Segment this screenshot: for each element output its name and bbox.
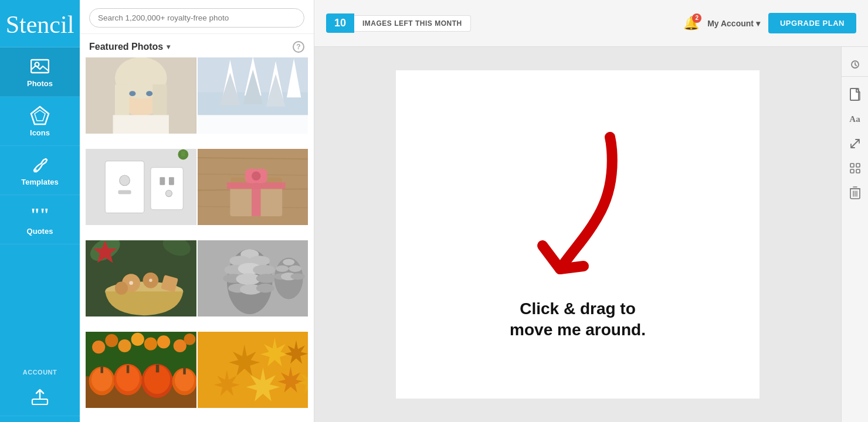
instruction-text: Click & drag to move me around.: [510, 298, 646, 341]
my-account-button[interactable]: My Account ▾: [707, 19, 760, 28]
svg-point-58: [149, 279, 152, 283]
top-bar: 10 IMAGES LEFT THIS MONTH 🔔 2 My Account…: [314, 0, 868, 47]
svg-point-69: [256, 274, 276, 283]
svg-rect-30: [151, 168, 183, 210]
svg-point-83: [118, 339, 131, 352]
sidebar-bottom: ACCOUNT: [0, 364, 80, 422]
grid-button[interactable]: [845, 158, 866, 179]
svg-rect-101: [183, 368, 185, 375]
search-area: [80, 0, 314, 34]
svg-point-33: [165, 190, 172, 197]
canvas-instruction[interactable]: Click & drag to move me around.: [510, 128, 646, 341]
sidebar-item-icons[interactable]: Icons: [0, 97, 80, 146]
svg-point-82: [105, 334, 118, 347]
featured-photos-dropdown[interactable]: Featured Photos ▾: [89, 42, 170, 52]
text-button[interactable]: Aa: [845, 108, 866, 130]
svg-rect-92: [101, 366, 103, 373]
photo-cell-6[interactable]: [198, 240, 308, 316]
svg-point-88: [184, 333, 195, 345]
upload-icon: [29, 386, 50, 407]
svg-point-74: [283, 259, 294, 266]
sidebar-quotes-label: Quotes: [27, 227, 53, 236]
app-name: Stencil: [6, 11, 74, 39]
photo-cell-2[interactable]: [198, 57, 308, 134]
sidebar-photos-label: Photos: [27, 79, 53, 88]
svg-rect-102: [198, 332, 308, 408]
photo-icon: [29, 56, 50, 77]
notification-count: 2: [692, 13, 701, 23]
sidebar-item-account-upload[interactable]: [0, 378, 80, 416]
left-panel: Featured Photos ▾ ?: [80, 0, 314, 422]
svg-point-57: [129, 281, 133, 285]
sidebar-templates-label: Templates: [21, 178, 58, 186]
search-input[interactable]: [89, 8, 304, 28]
svg-rect-108: [856, 169, 860, 173]
svg-rect-95: [127, 365, 129, 373]
photo-cell-5[interactable]: [86, 240, 196, 316]
svg-rect-25: [198, 115, 308, 134]
canvas-content[interactable]: Click & drag to move me around.: [314, 47, 841, 422]
app-logo: Stencil: [0, 0, 80, 47]
photo-cell-3[interactable]: [86, 149, 196, 225]
diamond-icon: [29, 105, 50, 126]
chevron-down-icon: ▾: [167, 43, 170, 51]
svg-point-47: [252, 171, 261, 181]
brush-icon: [29, 154, 50, 175]
svg-point-66: [253, 265, 275, 275]
svg-rect-106: [856, 164, 860, 167]
svg-marker-3: [35, 110, 45, 121]
photo-cell-8[interactable]: [198, 332, 308, 408]
svg-rect-32: [169, 177, 174, 185]
photo-cell-4[interactable]: [198, 149, 308, 225]
account-section-label: ACCOUNT: [0, 364, 80, 378]
my-account-label: My Account: [707, 19, 754, 28]
svg-point-72: [256, 284, 274, 293]
featured-title-text: Featured Photos: [89, 42, 163, 52]
canvas-background: Click & drag to move me around.: [396, 70, 760, 399]
help-icon[interactable]: ?: [293, 41, 304, 53]
sidebar: Stencil Photos Icons Te: [0, 0, 80, 422]
svg-point-85: [144, 338, 157, 350]
svg-point-14: [129, 91, 135, 96]
svg-rect-0: [31, 60, 49, 73]
photo-grid: [80, 57, 314, 422]
svg-rect-27: [105, 161, 144, 213]
svg-rect-7: [32, 399, 48, 404]
svg-rect-29: [118, 190, 131, 195]
sidebar-item-photos[interactable]: Photos: [0, 47, 80, 97]
svg-text:": ": [39, 206, 50, 222]
sidebar-item-templates[interactable]: Templates: [0, 146, 80, 195]
notification-area[interactable]: 🔔 2: [683, 16, 699, 31]
svg-point-76: [289, 266, 301, 272]
upgrade-plan-button[interactable]: UPGRADE PLAN: [768, 13, 856, 33]
svg-point-75: [276, 266, 289, 272]
page-button[interactable]: [845, 84, 866, 105]
svg-point-79: [290, 273, 304, 280]
images-left-label: IMAGES LEFT THIS MONTH: [354, 15, 471, 32]
svg-point-15: [146, 91, 152, 96]
right-panel: 10 IMAGES LEFT THIS MONTH 🔔 2 My Account…: [314, 0, 868, 422]
resize-button[interactable]: [845, 133, 866, 154]
svg-point-4: [33, 169, 37, 173]
photo-cell-7[interactable]: [86, 332, 196, 408]
svg-rect-13: [113, 115, 169, 134]
sidebar-item-quotes[interactable]: " " Quotes: [0, 195, 80, 244]
svg-rect-35: [181, 151, 185, 156]
quotes-icon: " ": [29, 203, 50, 224]
svg-point-86: [157, 335, 170, 348]
svg-rect-105: [850, 164, 854, 167]
sidebar-icons-label: Icons: [30, 128, 50, 137]
history-controls: [842, 53, 868, 77]
svg-point-81: [92, 341, 105, 353]
account-chevron-icon: ▾: [756, 19, 760, 28]
svg-point-84: [131, 333, 144, 346]
svg-rect-104: [850, 89, 859, 100]
images-left-badge: 10 IMAGES LEFT THIS MONTH: [326, 13, 471, 33]
right-toolbar: Aa: [841, 47, 868, 422]
svg-point-28: [120, 175, 130, 186]
delete-button[interactable]: [845, 182, 866, 203]
drag-arrow-icon: [519, 128, 636, 292]
top-right: 🔔 2 My Account ▾ UPGRADE PLAN: [683, 13, 856, 33]
history-button[interactable]: [848, 57, 862, 72]
photo-cell-1[interactable]: [86, 57, 196, 134]
